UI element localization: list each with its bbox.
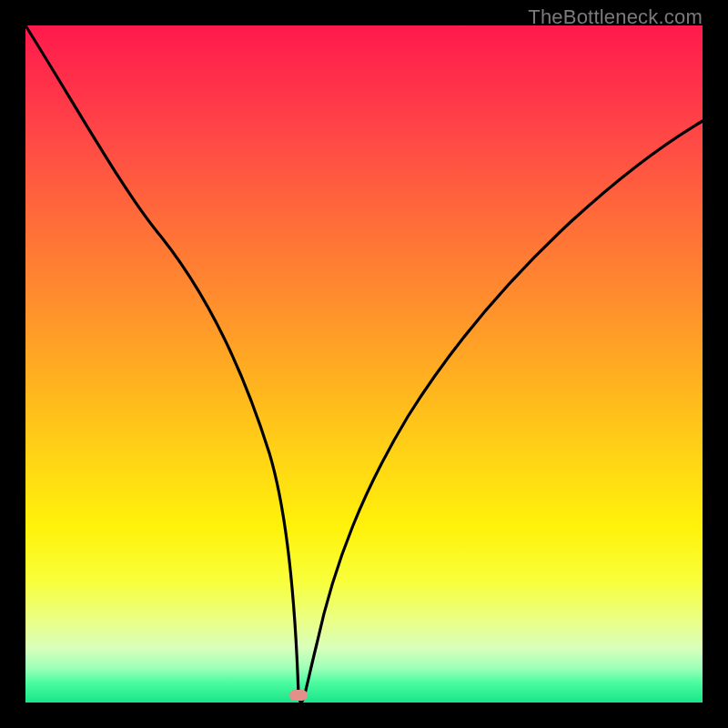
minimum-marker [289, 690, 308, 701]
bottleneck-curve [25, 25, 703, 703]
watermark-text: TheBottleneck.com [528, 5, 703, 29]
chart-frame: TheBottleneck.com [0, 0, 728, 728]
plot-area [25, 25, 703, 703]
curve-path [25, 25, 703, 703]
